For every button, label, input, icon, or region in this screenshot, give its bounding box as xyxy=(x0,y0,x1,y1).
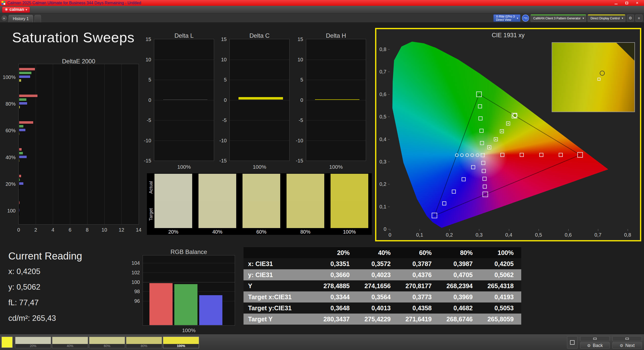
deltae-bar xyxy=(19,68,35,71)
gridline xyxy=(143,263,235,263)
y-tick-label: 104 xyxy=(128,260,140,266)
gridline xyxy=(306,100,366,100)
y-tick-label: -10 xyxy=(215,138,227,144)
minimize-button[interactable] xyxy=(611,0,621,6)
target-swatch xyxy=(287,201,324,228)
tick-mark xyxy=(388,184,390,184)
gridline xyxy=(230,120,289,120)
x-tick-label: 0 xyxy=(14,227,24,233)
deltae-bar xyxy=(19,178,20,181)
x-tick-label: 2 xyxy=(31,227,41,233)
chevron-down-icon: ▾ xyxy=(517,17,518,20)
table-corner-cell xyxy=(244,247,316,258)
gridline xyxy=(143,273,235,273)
back-button[interactable]: ⚙ Back xyxy=(580,342,610,349)
tab-history-1[interactable]: History 1 xyxy=(9,15,33,22)
table-value-cell: 0,3344 xyxy=(316,291,357,302)
current-reading-line: cd/m²: 265,43 xyxy=(8,314,56,329)
x-tick-label: 0,8 xyxy=(620,232,635,238)
calman-menu-button[interactable]: ✳ calman ▾ xyxy=(2,7,30,13)
table-value-cell: 0,3969 xyxy=(439,291,480,302)
calman-logo-text: calman xyxy=(10,7,24,12)
maximize-button[interactable] xyxy=(621,0,632,6)
meter-button[interactable]: X-Rite i1Pro 3 Direct View ▾ xyxy=(493,14,520,22)
x-tick-label: 4 xyxy=(48,227,58,233)
cie-inset-zoom xyxy=(552,42,635,112)
table-value-cell: 0,5053 xyxy=(480,302,521,314)
y-tick-label: -10 xyxy=(139,138,151,144)
actual-swatch xyxy=(154,174,192,201)
deltae-bar xyxy=(19,132,20,135)
actual-swatch xyxy=(198,174,236,201)
settings-gear-button[interactable]: ⚙ xyxy=(627,15,634,22)
x-tick-label: 0,4 xyxy=(501,232,516,238)
swatch-percent-label: 60% xyxy=(243,229,280,235)
meter-tool-button[interactable] xyxy=(580,336,610,341)
swatch-percent-label: 80% xyxy=(287,229,324,235)
meter-name: X-Rite i1Pro 3 xyxy=(496,15,515,18)
y-tick-label: -5 xyxy=(291,117,303,123)
y-tick-label: 0,6 xyxy=(376,91,386,97)
table-value-cell: 0,5062 xyxy=(480,269,521,280)
x-tick-label: 6 xyxy=(65,227,75,233)
swatch-column: 80% xyxy=(287,174,324,235)
screen-icon xyxy=(593,338,597,340)
pattern-swatch-button[interactable]: 20% xyxy=(15,337,51,348)
measurement-point xyxy=(577,152,583,158)
pattern-swatch-button[interactable]: 40% xyxy=(52,337,88,348)
table-value-cell: 0,3787 xyxy=(398,258,439,269)
y-tick-label: 5 xyxy=(291,77,303,83)
pattern-source-button[interactable]: CalMAN Client 3 Pattern Generator ▾ xyxy=(531,14,586,22)
tick-mark xyxy=(388,94,390,95)
swatch-percent-label: 40% xyxy=(198,229,236,235)
deltae-bar xyxy=(19,106,20,109)
table-value-cell: 265,8059 xyxy=(480,314,521,325)
swatch-column: 40% xyxy=(198,174,236,235)
deltae-bar xyxy=(19,159,20,162)
deltae-bar xyxy=(19,71,32,74)
pattern-swatch-button[interactable]: 80% xyxy=(126,337,162,348)
y-tick-label: 0 xyxy=(139,97,151,103)
table-value-cell: 0,3351 xyxy=(316,258,357,269)
measurement-point xyxy=(482,177,487,181)
deltae-bar xyxy=(19,201,20,204)
calman-logo-icon: ✳ xyxy=(5,7,8,12)
gridline xyxy=(154,141,214,141)
deltae-bar xyxy=(19,125,24,128)
pattern-window-button[interactable] xyxy=(567,336,578,349)
swatch-label: 20% xyxy=(15,344,51,348)
deltae-bar xyxy=(19,98,27,101)
swatch-color xyxy=(89,337,125,344)
tick-mark xyxy=(539,229,539,231)
actual-swatch xyxy=(243,174,280,201)
tick-mark xyxy=(449,229,450,231)
pattern-swatch-button[interactable]: 100% xyxy=(163,337,199,348)
inset-measured-point xyxy=(600,71,605,76)
current-pattern-swatch xyxy=(2,337,13,348)
display-control-button[interactable]: Direct Display Control ▾ xyxy=(588,14,625,22)
close-button[interactable]: × xyxy=(632,0,642,6)
measurement-point xyxy=(481,161,485,165)
deltae-bar xyxy=(19,182,24,185)
nav-arrow-button[interactable]: ▸ xyxy=(2,15,7,21)
y-tick-label: -15 xyxy=(291,158,303,164)
y-tick-label: 100% xyxy=(0,74,16,80)
x-tick-label: 8 xyxy=(82,227,92,233)
tab-stub[interactable] xyxy=(34,15,41,22)
y-tick-label: 10 xyxy=(139,57,151,63)
minimize-icon xyxy=(615,4,618,4)
delta-bar xyxy=(315,99,360,100)
pattern-swatch-button[interactable]: 60% xyxy=(89,337,125,348)
layout-menu-button[interactable]: ≡ xyxy=(635,15,642,22)
meter-badge[interactable]: 711 xyxy=(522,15,529,22)
tick-mark xyxy=(420,229,420,231)
measurement-point xyxy=(487,145,491,149)
tick-mark xyxy=(388,229,390,229)
x-tick-label: 14 xyxy=(134,227,144,233)
capture-tool-button[interactable] xyxy=(612,336,642,341)
next-button[interactable]: ⚙ Next xyxy=(612,342,642,349)
gridline xyxy=(230,141,289,141)
tabbar: ▸ History 1 X-Rite i1Pro 3 Direct View ▾… xyxy=(0,14,644,23)
target-swatch xyxy=(198,201,236,228)
back-label: Back xyxy=(593,343,603,348)
